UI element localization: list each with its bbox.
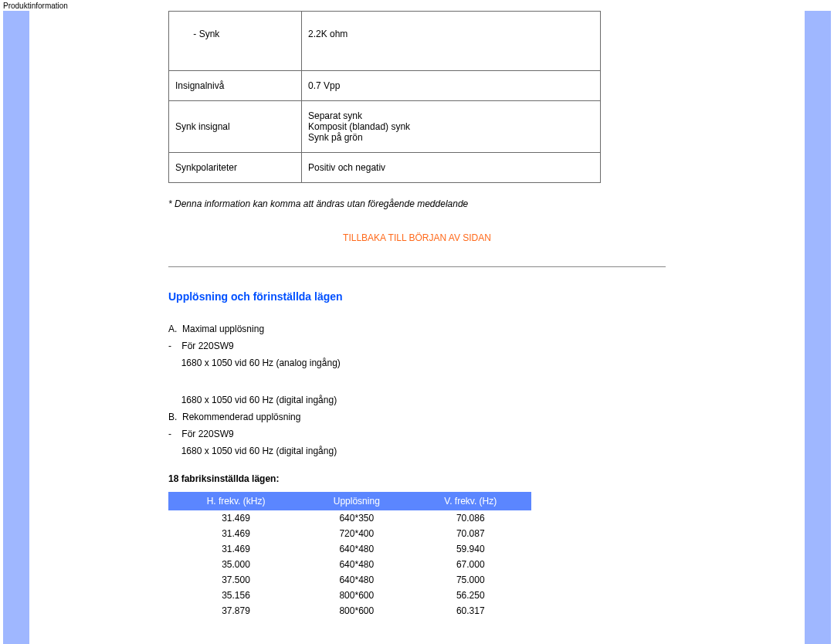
modes-cell: 67.000 [410,557,531,572]
back-to-top-container: TILLBAKA TILL BÖRJAN AV SIDAN [168,232,666,243]
modes-row: 37.879800*60060.317 [169,603,531,619]
modes-cell: 31.469 [169,510,303,527]
modes-cell: 640*350 [303,510,410,527]
modes-subtitle: 18 fabriksinställda lägen: [168,473,666,484]
modes-cell: 56.250 [410,588,531,603]
modes-cell: 37.879 [169,603,303,619]
specs-label: Synk insignal [169,101,302,153]
modes-row: 35.000640*48067.000 [169,557,531,572]
modes-cell: 31.469 [169,541,303,557]
modes-cell: 640*480 [303,572,410,588]
modes-header-vfreq: V. frekv. (Hz) [410,493,531,510]
specs-label: - Synk [169,12,302,71]
modes-row: 31.469720*40070.087 [169,526,531,541]
specs-table: - Synk2.2K ohmInsignalnivå0.7 VppSynk in… [168,11,601,183]
modes-table: H. frekv. (kHz) Upplösning V. frekv. (Hz… [168,492,531,619]
specs-row: SynkpolariteterPositiv och negativ [169,153,601,183]
modes-header-res: Upplösning [303,493,410,510]
specs-row: Insignalnivå0.7 Vpp [169,71,601,101]
resolution-line: A. Maximal upplösning [168,322,666,336]
page-header-title: Produktinformation [0,0,834,11]
modes-row: 35.156800*60056.250 [169,588,531,603]
modes-cell: 37.500 [169,572,303,588]
modes-row: 37.500640*48075.000 [169,572,531,588]
modes-cell: 60.317 [410,603,531,619]
modes-cell: 75.000 [410,572,531,588]
modes-row: 31.469640*35070.086 [169,510,531,527]
specs-row: Synk insignalSeparat synk Komposit (blan… [169,101,601,153]
section-separator [168,266,666,267]
specs-value: 0.7 Vpp [302,71,601,101]
specs-note: * Denna information kan komma att ändras… [168,198,666,209]
modes-cell: 800*600 [303,588,410,603]
modes-cell: 720*400 [303,526,410,541]
modes-header-hfreq: H. frekv. (kHz) [169,493,303,510]
specs-value: Separat synk Komposit (blandad) synk Syn… [302,101,601,153]
modes-cell: 70.087 [410,526,531,541]
main-content: - Synk2.2K ohmInsignalnivå0.7 VppSynk in… [29,11,805,644]
resolution-list: A. Maximal upplösning- För 220SW9 1680 x… [168,322,666,458]
specs-row: - Synk2.2K ohm [169,12,601,71]
resolution-line [168,373,666,387]
sidebar-right [805,11,831,644]
resolution-line: 1680 x 1050 vid 60 Hz (digital ingång) [168,444,666,458]
resolution-line: 1680 x 1050 vid 60 Hz (digital ingång) [168,393,666,407]
modes-cell: 35.000 [169,557,303,572]
modes-cell: 800*600 [303,603,410,619]
specs-value: 2.2K ohm [302,12,601,71]
resolution-line: B. Rekommenderad upplösning [168,410,666,424]
sidebar-left [3,11,29,644]
resolution-section-title: Upplösning och förinställda lägen [168,290,666,303]
resolution-line: - För 220SW9 [168,339,666,353]
modes-cell: 640*480 [303,541,410,557]
resolution-line: 1680 x 1050 vid 60 Hz (analog ingång) [168,356,666,370]
resolution-line: - För 220SW9 [168,427,666,441]
modes-cell: 35.156 [169,588,303,603]
modes-cell: 70.086 [410,510,531,527]
modes-cell: 59.940 [410,541,531,557]
page-body: - Synk2.2K ohmInsignalnivå0.7 VppSynk in… [0,11,834,644]
specs-label: Synkpolariteter [169,153,302,183]
modes-cell: 31.469 [169,526,303,541]
back-to-top-link[interactable]: TILLBAKA TILL BÖRJAN AV SIDAN [343,232,491,243]
specs-value: Positiv och negativ [302,153,601,183]
specs-label: Insignalnivå [169,71,302,101]
modes-cell: 640*480 [303,557,410,572]
modes-row: 31.469640*48059.940 [169,541,531,557]
